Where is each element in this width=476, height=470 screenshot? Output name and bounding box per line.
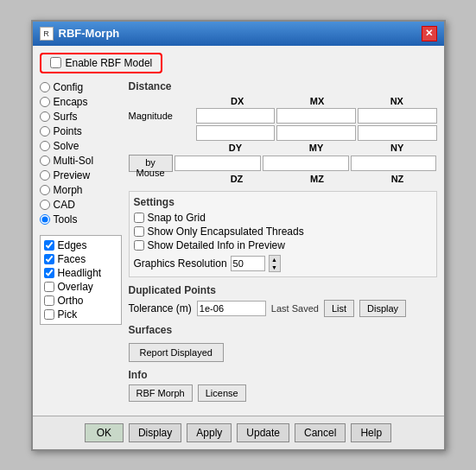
input-my[interactable] [276,125,356,141]
graphics-row: Graphics Resolution ▲ ▼ [134,255,432,272]
label-ortho: Ortho [58,295,84,307]
list-button[interactable]: List [324,300,354,317]
title-bar: R RBF-Morph ✕ [33,22,444,46]
by-mouse-button[interactable]: by Mouse [129,155,173,172]
left-panel: Config Encaps Surfs Points [40,80,122,409]
input-dz[interactable] [175,156,261,171]
checkbox-ortho[interactable] [44,295,54,306]
radio-solve[interactable] [40,141,50,151]
enable-rbf-model-checkbox[interactable] [50,57,61,68]
right-panel: Distance DX MX NX Magnitude [129,80,437,409]
tolerance-label: Tolerance (m) [129,302,192,314]
graphics-resolution-label: Graphics Resolution [134,257,227,270]
nav-item-morph[interactable]: Morph [40,183,122,197]
display-button[interactable]: Display [359,300,406,317]
snap-to-grid-checkbox[interactable] [134,213,144,223]
radio-multisol[interactable] [40,156,50,166]
check-item-edges[interactable]: Edges [44,239,117,251]
close-button[interactable]: ✕ [422,26,437,41]
radio-points[interactable] [40,126,50,137]
show-encap-row: Show Only Encapsulated Threads [134,225,432,238]
input-nz[interactable] [351,156,437,171]
checkbox-headlight[interactable] [44,268,54,278]
radio-tools[interactable] [40,214,50,225]
spin-up-button[interactable]: ▲ [270,256,280,264]
show-encap-label: Show Only Encapsulated Threads [148,225,304,238]
nav-item-solve[interactable]: Solve [40,139,122,153]
cancel-button[interactable]: Cancel [295,423,346,442]
spin-down-button[interactable]: ▼ [270,264,280,271]
check-item-faces[interactable]: Faces [44,253,117,265]
nav-label-solve: Solve [54,140,79,152]
nav-label-surfs: Surfs [54,111,78,123]
check-item-ortho[interactable]: Ortho [44,295,117,307]
col-mz: MZ [278,174,357,184]
nav-item-cad[interactable]: CAD [40,198,122,212]
nav-label-points: Points [54,125,82,137]
label-overlay: Overlay [58,281,93,293]
input-mx[interactable] [276,108,356,124]
input-nx[interactable] [358,108,437,124]
input-dy[interactable] [196,125,276,141]
radio-preview[interactable] [40,170,50,181]
license-button[interactable]: License [198,384,246,402]
nav-item-points[interactable]: Points [40,124,122,138]
col-ny: NY [358,143,437,153]
radio-config[interactable] [40,82,50,92]
col-dx: DX [198,96,277,106]
title-bar-left: R RBF-Morph [40,27,120,41]
ok-button[interactable]: OK [85,423,124,442]
show-detailed-row: Show Detailed Info in Preview [134,239,432,251]
checkbox-overlay[interactable] [44,282,54,292]
info-buttons-row: RBF Morph License [129,384,437,402]
check-item-pick[interactable]: Pick [44,308,117,321]
nav-item-multisol[interactable]: Multi-Sol [40,154,122,168]
col-nx: NX [357,96,436,106]
tolerance-input[interactable] [197,301,266,316]
radio-encaps[interactable] [40,97,50,107]
settings-section: Settings Snap to Grid Show Only Encapsul… [129,191,437,277]
nav-item-preview[interactable]: Preview [40,168,122,182]
checkbox-edges[interactable] [44,240,54,251]
checkbox-pick[interactable] [44,309,54,320]
label-edges: Edges [58,239,87,251]
check-item-headlight[interactable]: Headlight [44,267,117,279]
nav-item-config[interactable]: Config [40,80,122,94]
radio-surfs[interactable] [40,111,50,122]
nav-radio-group: Config Encaps Surfs Points [40,80,122,226]
update-button[interactable]: Update [237,423,289,442]
surfaces-label: Surfaces [129,324,437,336]
help-button[interactable]: Help [351,423,391,442]
enable-rbf-model-box: Enable RBF Model [40,53,163,73]
check-item-overlay[interactable]: Overlay [44,281,117,293]
show-detailed-label: Show Detailed Info in Preview [148,239,285,251]
radio-cad[interactable] [40,200,50,210]
graphics-spinner: ▲ ▼ [269,255,281,272]
checkbox-faces[interactable] [44,254,54,264]
nav-item-tools[interactable]: Tools [40,213,122,226]
radio-morph[interactable] [40,185,50,195]
col-my: MY [276,143,356,153]
apply-button[interactable]: Apply [187,423,232,442]
distance-label: Distance [129,80,437,92]
report-displayed-button[interactable]: Report Displayed [129,343,224,362]
input-ny[interactable] [358,125,437,141]
nav-label-cad: CAD [54,199,75,211]
input-mz[interactable] [263,156,349,171]
check-group: Edges Faces Headlight Overlay [40,235,122,325]
duplicated-label: Duplicated Points [129,284,437,296]
nav-item-surfs[interactable]: Surfs [40,110,122,124]
show-encap-checkbox[interactable] [134,226,144,237]
display-footer-button[interactable]: Display [129,423,181,442]
info-section: Info RBF Morph License [129,369,437,402]
rbf-morph-button[interactable]: RBF Morph [129,384,193,402]
main-window: R RBF-Morph ✕ Enable RBF Model Config [31,20,446,451]
distance-row-2 [129,125,437,141]
show-detailed-checkbox[interactable] [134,240,144,251]
input-dx[interactable] [196,108,276,124]
nav-item-encaps[interactable]: Encaps [40,95,122,109]
content-area: Enable RBF Model Config Encaps [33,46,444,416]
graphics-resolution-input[interactable] [231,256,265,271]
col-nz: NZ [359,174,437,184]
window-title: RBF-Morph [59,27,120,40]
